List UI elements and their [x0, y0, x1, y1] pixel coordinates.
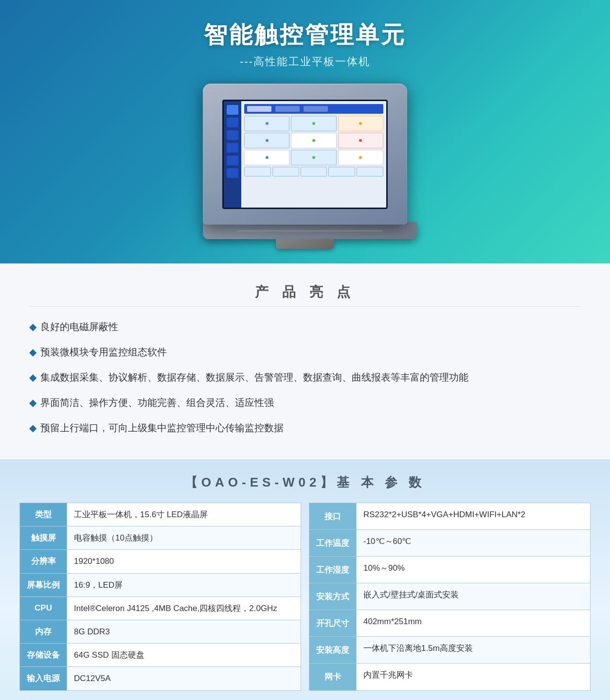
value-memory: 8G DDR3: [67, 620, 301, 643]
dot-5: [312, 139, 315, 142]
sidebar-icon-1: [227, 105, 238, 115]
sidebar-icon-6: [227, 168, 238, 178]
screen-tab-3: [304, 106, 328, 112]
table-row: 屏幕比例 16:9，LED屏: [20, 573, 301, 596]
feature-item-2: 预装微模块专用监控组态软件: [29, 344, 581, 360]
screen-sidebar: [224, 101, 241, 208]
feature-item-4: 界面简洁、操作方便、功能完善、组合灵活、适应性强: [29, 394, 581, 411]
dot-1: [266, 122, 269, 125]
value-temp: -10℃～60℃: [357, 530, 591, 557]
label-height: 安装高度: [309, 637, 357, 664]
screen-tab-1: [247, 106, 271, 112]
value-height: 一体机下沿离地1.5m高度安装: [357, 637, 591, 664]
grid-cell-6: [338, 133, 383, 148]
dot-3: [359, 122, 362, 125]
specs-title: 【OAO-ES-W02】基 本 参 数: [19, 474, 591, 491]
label-power: 输入电源: [20, 667, 67, 690]
table-row: 开孔尺寸 402mm*251mm: [309, 610, 591, 637]
grid-cell-5: [291, 133, 336, 148]
value-opening: 402mm*251mm: [357, 610, 591, 637]
table-row: 分辨率 1920*1080: [20, 550, 301, 573]
dot-7: [266, 156, 269, 159]
grid-cell-1: [244, 116, 289, 131]
table-row: 内存 8G DDR3: [20, 620, 301, 643]
grid-cell-9: [338, 150, 383, 165]
sidebar-icon-3: [227, 130, 238, 140]
grid-cell-4: [244, 133, 289, 148]
bottom-cell-1: [244, 167, 271, 176]
device-base: [203, 222, 417, 239]
specs-left-table: 类型 工业平板一体机，15.6寸 LED液晶屏 触摸屏 电容触摸（10点触摸） …: [19, 503, 301, 691]
table-row: 网卡 内置千兆网卡: [309, 664, 591, 690]
value-install: 嵌入式/壁挂式/桌面式安装: [357, 583, 591, 610]
value-ratio: 16:9，LED屏: [67, 573, 301, 596]
screen-header-bar: [244, 104, 383, 114]
feature-item-5: 预留上行端口，可向上级集中监控管理中心传输监控数据: [29, 420, 581, 436]
value-cpu: Intel®Celeron J4125 ,4MB Cache,四核四线程，2.0…: [67, 596, 301, 620]
label-touch: 触摸屏: [20, 526, 67, 550]
label-install: 安装方式: [309, 583, 357, 610]
features-list: 良好的电磁屏蔽性 预装微模块专用监控组态软件 集成数据采集、协议解析、数据存储、…: [29, 318, 581, 436]
grid-cell-2: [291, 116, 336, 131]
bottom-cell-2: [272, 167, 299, 176]
features-title: 产 品 亮 点: [29, 278, 581, 307]
label-humidity: 工作湿度: [309, 557, 357, 583]
label-ratio: 屏幕比例: [20, 573, 67, 596]
dot-4: [266, 139, 269, 142]
screen-tab-2: [275, 106, 300, 112]
value-touch: 电容触摸（10点触摸）: [67, 526, 301, 550]
label-storage: 存储设备: [20, 644, 67, 667]
device-body: [203, 84, 407, 225]
header-section: 智能触控管理单元 ---高性能工业平板一体机: [0, 0, 610, 263]
label-opening: 开孔尺寸: [309, 610, 357, 637]
table-row: 存储设备 64G SSD 固态硬盘: [20, 644, 301, 667]
dot-9: [359, 156, 362, 159]
device-base-line: [237, 230, 383, 232]
dot-2: [312, 122, 315, 125]
table-row: 输入电源 DC12V5A: [20, 667, 301, 690]
grid-cell-7: [244, 150, 289, 165]
table-row: 安装高度 一体机下沿离地1.5m高度安装: [309, 637, 591, 664]
device-stand: [276, 239, 334, 249]
device-screen: [222, 100, 388, 209]
device-image: [203, 84, 407, 239]
screen-grid: [244, 116, 383, 165]
sidebar-icon-5: [227, 156, 238, 165]
features-section: 产 品 亮 点 良好的电磁屏蔽性 预装微模块专用监控组态软件 集成数据采集、协议…: [0, 263, 610, 459]
sub-title: ---高性能工业平板一体机: [10, 54, 600, 69]
value-resolution: 1920*1080: [67, 550, 301, 573]
bottom-cell-4: [328, 167, 355, 176]
feature-item-1: 良好的电磁屏蔽性: [29, 318, 581, 335]
table-row: CPU Intel®Celeron J4125 ,4MB Cache,四核四线程…: [20, 596, 301, 620]
grid-cell-3: [338, 116, 383, 131]
label-memory: 内存: [20, 620, 67, 643]
label-nic: 网卡: [309, 664, 357, 690]
value-power: DC12V5A: [67, 667, 301, 690]
value-nic: 内置千兆网卡: [357, 664, 591, 690]
table-row: 工作湿度 10%～90%: [309, 557, 591, 583]
screen-main: [241, 101, 386, 208]
bottom-cell-5: [357, 167, 383, 176]
label-cpu: CPU: [20, 596, 67, 620]
dot-6: [359, 139, 362, 142]
value-interface: RS232*2+USB*4+VGA+HDMI+WIFI+LAN*2: [357, 503, 591, 530]
label-type: 类型: [20, 503, 67, 526]
specs-right-table: 接口 RS232*2+USB*4+VGA+HDMI+WIFI+LAN*2 工作温…: [309, 503, 591, 691]
value-type: 工业平板一体机，15.6寸 LED液晶屏: [67, 503, 301, 526]
product-image-container: [10, 84, 600, 239]
specs-section: 【OAO-ES-W02】基 本 参 数 类型 工业平板一体机，15.6寸 LED…: [0, 459, 610, 700]
bottom-cell-3: [301, 167, 327, 176]
sidebar-icon-4: [227, 143, 238, 153]
dot-8: [312, 156, 315, 159]
screen-bottom-row: [244, 167, 383, 176]
label-temp: 工作温度: [309, 530, 357, 557]
table-row: 工作温度 -10℃～60℃: [309, 530, 591, 557]
table-row: 接口 RS232*2+USB*4+VGA+HDMI+WIFI+LAN*2: [309, 503, 591, 530]
specs-table-container: 类型 工业平板一体机，15.6寸 LED液晶屏 触摸屏 电容触摸（10点触摸） …: [19, 503, 591, 691]
table-row: 触摸屏 电容触摸（10点触摸）: [20, 526, 301, 550]
main-title: 智能触控管理单元: [10, 19, 600, 51]
feature-item-3: 集成数据采集、协议解析、数据存储、数据展示、告警管理、数据查询、曲线报表等丰富的…: [29, 369, 581, 385]
value-storage: 64G SSD 固态硬盘: [67, 644, 301, 667]
grid-cell-8: [291, 150, 336, 165]
table-row: 类型 工业平板一体机，15.6寸 LED液晶屏: [20, 503, 301, 526]
